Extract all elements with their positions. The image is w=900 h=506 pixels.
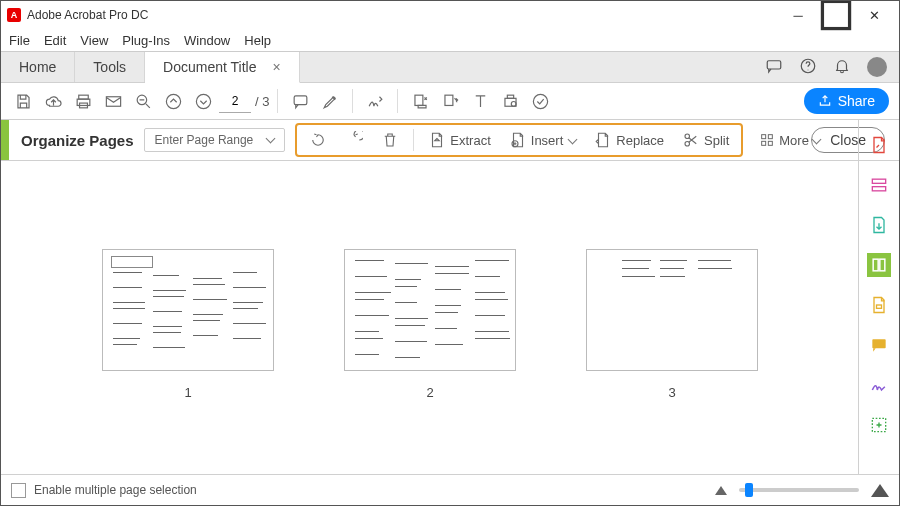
close-tab-icon[interactable]: × [272, 59, 280, 75]
app-title: Adobe Acrobat Pro DC [27, 8, 779, 22]
menu-view[interactable]: View [80, 33, 108, 48]
minimize-button[interactable]: ─ [779, 2, 817, 28]
page-range-dropdown[interactable]: Enter Page Range [144, 128, 286, 152]
page-number-input[interactable] [219, 90, 251, 113]
svg-rect-11 [415, 95, 423, 105]
svg-rect-23 [769, 141, 773, 145]
insert-button[interactable]: Insert [503, 131, 583, 149]
svg-rect-29 [872, 339, 885, 348]
checkmark-icon[interactable] [526, 87, 554, 115]
svg-rect-20 [762, 135, 766, 139]
help-icon[interactable] [799, 57, 817, 78]
menu-help[interactable]: Help [244, 33, 271, 48]
svg-rect-22 [762, 141, 766, 145]
close-window-button[interactable]: ✕ [855, 2, 893, 28]
rail-edit-icon[interactable] [867, 293, 891, 317]
rail-more-tools-icon[interactable] [867, 413, 891, 437]
svg-rect-10 [294, 95, 307, 104]
svg-rect-13 [505, 98, 516, 106]
page-thumbnail-3[interactable]: for(let i=0;i<8;i++)document.write('<div… [586, 249, 758, 371]
svg-rect-0 [822, 1, 849, 28]
menu-plugins[interactable]: Plug-Ins [122, 33, 170, 48]
page-total: / 3 [255, 94, 269, 109]
svg-point-16 [533, 94, 547, 108]
page-up-icon[interactable] [159, 87, 187, 115]
page-label-1: 1 [184, 385, 191, 400]
thumbnail-area: for(let i=0;i<26;i++)document.write('<di… [1, 159, 859, 475]
svg-rect-12 [445, 95, 453, 105]
multi-select-checkbox[interactable] [11, 483, 26, 498]
svg-point-15 [511, 101, 516, 106]
print-production-icon[interactable] [496, 87, 524, 115]
page-label-2: 2 [426, 385, 433, 400]
zoom-slider[interactable] [739, 488, 859, 492]
save-icon[interactable] [9, 87, 37, 115]
comment-icon[interactable] [286, 87, 314, 115]
tab-tools[interactable]: Tools [75, 52, 145, 82]
zoom-large-icon[interactable] [871, 484, 889, 497]
share-button[interactable]: Share [804, 88, 889, 114]
replace-button[interactable]: Replace [588, 131, 670, 149]
crop-icon[interactable] [406, 87, 434, 115]
organize-pages-title: Organize Pages [21, 132, 134, 149]
rotate-ccw-button[interactable] [303, 131, 333, 149]
menu-file[interactable]: File [9, 33, 30, 48]
sign-icon[interactable] [361, 87, 389, 115]
rail-organize-icon[interactable] [867, 253, 891, 277]
split-button[interactable]: Split [676, 131, 735, 149]
cloud-upload-icon[interactable] [39, 87, 67, 115]
tab-document[interactable]: Document Title× [145, 52, 300, 83]
svg-point-8 [166, 94, 180, 108]
accent-bar [1, 120, 9, 160]
rail-export-icon[interactable] [867, 213, 891, 237]
extract-button[interactable]: Extract [422, 131, 496, 149]
zoom-out-icon[interactable] [129, 87, 157, 115]
page-thumbnail-1[interactable]: for(let i=0;i<26;i++)document.write('<di… [102, 249, 274, 371]
svg-rect-26 [873, 259, 878, 271]
chat-icon[interactable] [765, 57, 783, 78]
svg-rect-28 [877, 305, 882, 308]
svg-rect-14 [507, 95, 513, 98]
menu-edit[interactable]: Edit [44, 33, 66, 48]
rail-combine-icon[interactable] [867, 173, 891, 197]
svg-rect-25 [872, 187, 885, 191]
svg-rect-1 [767, 60, 781, 68]
bell-icon[interactable] [833, 57, 851, 78]
zoom-small-icon[interactable] [715, 486, 727, 495]
text-icon[interactable] [466, 87, 494, 115]
email-icon[interactable] [99, 87, 127, 115]
user-avatar[interactable] [867, 57, 887, 77]
rail-fill-sign-icon[interactable] [867, 373, 891, 397]
rail-create-pdf-icon[interactable] [867, 133, 891, 157]
svg-rect-21 [769, 135, 773, 139]
maximize-button[interactable] [817, 2, 855, 28]
svg-rect-6 [106, 96, 120, 106]
page-label-3: 3 [668, 385, 675, 400]
svg-rect-24 [872, 179, 885, 183]
multi-select-label: Enable multiple page selection [34, 483, 197, 497]
highlight-icon[interactable] [316, 87, 344, 115]
rail-comment-icon[interactable] [867, 333, 891, 357]
page-thumbnail-2[interactable]: for(let i=0;i<30;i++)document.write('<di… [344, 249, 516, 371]
app-icon: A [7, 8, 21, 22]
print-icon[interactable] [69, 87, 97, 115]
page-down-icon[interactable] [189, 87, 217, 115]
delete-button[interactable] [375, 131, 405, 149]
svg-point-9 [196, 94, 210, 108]
tab-home[interactable]: Home [1, 52, 75, 82]
svg-rect-27 [880, 259, 885, 271]
organize-tools-highlight: Extract Insert Replace Split [295, 123, 743, 157]
rotate-page-icon[interactable] [436, 87, 464, 115]
menu-window[interactable]: Window [184, 33, 230, 48]
rotate-cw-button[interactable] [339, 131, 369, 149]
